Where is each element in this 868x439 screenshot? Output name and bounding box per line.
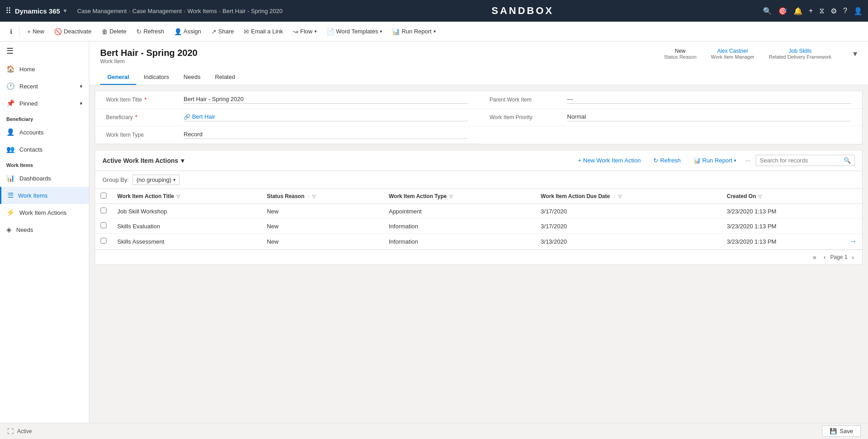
subgrid-run-report-button[interactable]: 📊 Run Report ▾ <box>690 155 740 166</box>
col-due-date-filter[interactable]: ▽ <box>618 194 622 199</box>
col-created-on-filter[interactable]: ▽ <box>758 194 762 199</box>
group-by-select[interactable]: (no grouping) ▾ <box>133 175 180 185</box>
parent-work-item-value[interactable]: --- <box>567 96 851 104</box>
table-row[interactable]: Skills Assessment New Information 3/13/2… <box>95 234 862 250</box>
select-all-checkbox[interactable] <box>101 193 106 199</box>
sidebar-item-accounts[interactable]: 👤 Accounts <box>0 124 89 141</box>
new-work-item-action-button[interactable]: + New Work Item Action <box>574 155 644 166</box>
subgrid-search[interactable]: 🔍 <box>756 155 855 166</box>
expand-icon[interactable]: ⛶ <box>7 428 14 435</box>
next-page-button[interactable]: › <box>849 253 857 262</box>
search-icon[interactable]: 🔍 <box>763 7 772 15</box>
refresh-button[interactable]: ↻ Refresh <box>132 26 169 37</box>
email-link-button[interactable]: ✉ Email a Link <box>239 26 287 37</box>
breadcrumb-item-1[interactable]: Work Items <box>187 8 217 14</box>
subgrid-title-chevron[interactable]: ▾ <box>181 157 184 164</box>
col-type-filter[interactable]: ▽ <box>449 194 453 199</box>
tab-needs[interactable]: Needs <box>176 70 208 85</box>
row-title-2[interactable]: Skills Assessment <box>112 234 261 250</box>
flow-button[interactable]: ↝ Flow ▾ <box>288 26 321 37</box>
flow-chevron[interactable]: ▾ <box>314 29 317 34</box>
col-created-on[interactable]: Created On ▽ <box>721 189 844 204</box>
tab-general[interactable]: General <box>100 70 136 85</box>
subgrid-refresh-button[interactable]: ↻ Refresh <box>650 155 684 166</box>
tab-indicators[interactable]: Indicators <box>136 70 176 85</box>
table-row[interactable]: Skills Evaluation New Information 3/17/2… <box>95 219 862 234</box>
subgrid-title: Active Work Item Actions ▾ <box>102 157 184 164</box>
brand[interactable]: Dynamics 365 ▾ <box>15 7 66 15</box>
row-checkbox[interactable] <box>101 208 106 213</box>
run-report-chevron[interactable]: ▾ <box>434 29 436 34</box>
col-type[interactable]: Work Item Action Type ▽ <box>383 189 536 204</box>
breadcrumb-module[interactable]: Case Management <box>77 8 127 14</box>
search-input[interactable] <box>760 157 841 164</box>
word-templates-chevron[interactable]: ▾ <box>380 29 382 34</box>
col-title-filter[interactable]: ▽ <box>176 194 180 199</box>
row-checkbox[interactable] <box>101 222 106 228</box>
help-icon[interactable]: ? <box>843 7 847 15</box>
pagination: « ‹ Page 1 › <box>95 250 862 264</box>
row-arrow-2[interactable]: → <box>844 234 862 250</box>
row-title-1[interactable]: Skills Evaluation <box>112 219 261 234</box>
record-title: Bert Hair - Spring 2020 <box>100 48 198 58</box>
col-due-date[interactable]: Work Item Action Due Date ↓ ▽ <box>536 189 721 204</box>
col-status-filter[interactable]: ▽ <box>312 194 316 199</box>
manager-value[interactable]: Alex Castner <box>711 48 754 54</box>
first-page-button[interactable]: « <box>810 253 819 262</box>
framework-value[interactable]: Job Skills <box>769 48 831 54</box>
sidebar-item-needs[interactable]: ◈ Needs <box>0 221 89 238</box>
work-item-title-value[interactable]: Bert Hair - Spring 2020 <box>184 96 468 104</box>
sidebar-item-work-item-actions[interactable]: ⚡ Work Item Actions <box>0 204 89 221</box>
row-due-date-0: 3/17/2020 <box>536 204 721 219</box>
share-button[interactable]: ↗ Share <box>207 26 239 37</box>
row-checkbox[interactable] <box>101 238 106 244</box>
row-title-0[interactable]: Job Skill Workshop <box>112 204 261 219</box>
sidebar-item-work-items[interactable]: ☰ Work Items <box>0 187 89 204</box>
tasks-icon[interactable]: 🎯 <box>778 7 787 15</box>
beneficiary-value[interactable]: 🔗 Bert Hair <box>184 113 468 121</box>
delete-button[interactable]: 🗑 Delete <box>97 26 131 37</box>
sidebar-hamburger[interactable]: ☰ <box>0 42 89 60</box>
sidebar-item-dashboards[interactable]: 📊 Dashboards <box>0 170 89 187</box>
recent-chevron[interactable]: ▾ <box>80 83 83 89</box>
tab-related[interactable]: Related <box>208 70 242 85</box>
sidebar-item-home[interactable]: 🏠 Home <box>0 60 89 78</box>
prev-page-button[interactable]: ‹ <box>821 253 829 262</box>
waffle-icon[interactable]: ⠿ <box>5 6 11 16</box>
search-icon[interactable]: 🔍 <box>844 157 851 164</box>
deactivate-button[interactable]: 🚫 Deactivate <box>50 26 96 37</box>
breadcrumb-item-2[interactable]: Bert Hair - Spring 2020 <box>222 8 282 14</box>
group-by-chevron[interactable]: ▾ <box>173 177 175 182</box>
brand-chevron[interactable]: ▾ <box>64 8 66 14</box>
settings-icon[interactable]: ⚙ <box>831 7 837 15</box>
pinned-chevron[interactable]: ▾ <box>80 101 83 106</box>
breadcrumb-item-0[interactable]: Case Management <box>132 8 182 14</box>
new-record-icon[interactable]: + <box>809 7 813 15</box>
work-item-type-value[interactable]: Record <box>184 131 468 139</box>
col-due-date-sort[interactable]: ↓ <box>613 194 615 199</box>
table-row[interactable]: Job Skill Workshop New Appointment 3/17/… <box>95 204 862 219</box>
assign-button[interactable]: 👤 Assign <box>170 26 206 37</box>
run-report-button[interactable]: 📊 Run Report ▾ <box>388 26 440 37</box>
beneficiary-label: Beneficiary * <box>106 114 178 120</box>
meta-expand-chevron[interactable]: ▾ <box>853 49 857 59</box>
report-chevron[interactable]: ▾ <box>734 158 736 163</box>
status-reason-label: Status Reason <box>664 54 697 60</box>
col-status[interactable]: Status Reason ↑ ▽ <box>261 189 383 204</box>
sidebar-item-contacts[interactable]: 👥 Contacts <box>0 141 89 158</box>
save-button[interactable]: 💾 Save <box>822 425 861 437</box>
word-templates-button[interactable]: 📄 Word Templates ▾ <box>322 26 387 37</box>
user-icon[interactable]: 👤 <box>854 7 863 15</box>
navigate-arrow[interactable]: → <box>850 237 857 245</box>
sidebar-item-pinned[interactable]: 📌 Pinned ▾ <box>0 95 89 112</box>
subgrid-more-options[interactable]: ··· <box>745 157 750 164</box>
filter-icon[interactable]: ⧖ <box>819 7 824 15</box>
work-item-priority-value[interactable]: Normal <box>567 113 851 121</box>
sidebar-item-recent[interactable]: 🕐 Recent ▾ <box>0 78 89 95</box>
deactivate-label: Deactivate <box>64 28 91 35</box>
info-button[interactable]: ℹ <box>5 26 17 37</box>
notifications-icon[interactable]: 🔔 <box>794 7 803 15</box>
col-status-sort[interactable]: ↑ <box>308 194 310 199</box>
new-button[interactable]: + New <box>23 26 49 37</box>
col-title[interactable]: Work Item Action Title ▽ <box>112 189 261 204</box>
